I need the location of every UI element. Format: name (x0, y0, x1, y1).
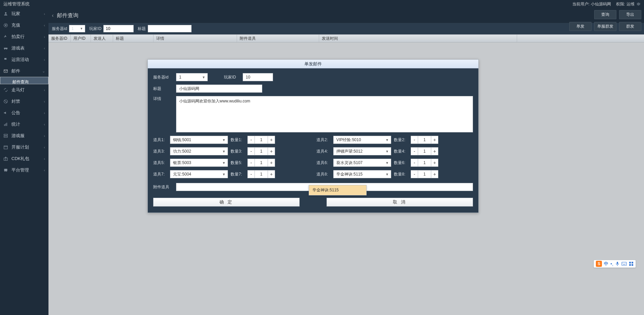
qty-input[interactable] (255, 159, 268, 167)
item-select-6[interactable]: 葵水灵诀:5107▼ (333, 159, 391, 167)
sidebar-item-13[interactable]: 平台管理‹ (0, 164, 48, 176)
item-row: 道具5:银票:5003▼数量5:-+ (153, 159, 310, 167)
action-button[interactable]: 查询 (594, 10, 616, 19)
qty-increase[interactable]: + (431, 159, 438, 167)
qty-input[interactable] (255, 170, 268, 178)
svg-rect-15 (4, 136, 8, 137)
qty-input[interactable] (418, 147, 431, 155)
qty-increase[interactable]: + (268, 170, 275, 178)
table-header: 服务器ID用户ID发送人标题详情附件道具发送时间 (48, 34, 644, 42)
ime-mode[interactable]: 中 (604, 261, 608, 267)
svg-rect-32 (629, 264, 631, 266)
qty-input[interactable] (418, 159, 431, 167)
flag-icon (3, 57, 8, 62)
qty-label: 数量4: (394, 149, 408, 154)
qty-increase[interactable]: + (431, 170, 438, 178)
modal-subject-input[interactable] (176, 85, 262, 93)
item-row: 道具3:功力:5002▼数量3:-+ (153, 147, 310, 155)
chevron-left-icon: ‹ (44, 12, 45, 16)
item-select-2[interactable]: VIP经验:5010▼ (333, 136, 391, 144)
ime-toolbar[interactable]: S 中 •, (594, 260, 636, 268)
item-select-4[interactable]: 押镖声望:5012▼ (333, 147, 391, 155)
qty-input[interactable] (255, 147, 268, 155)
page-title: 邮件查询 (57, 12, 78, 19)
modal-server-select[interactable]: 1▼ (176, 73, 208, 81)
sidebar-item-9[interactable]: 统计‹ (0, 119, 48, 130)
ime-punct-icon[interactable]: •, (610, 261, 613, 266)
cancel-button[interactable]: 取 消 (327, 198, 473, 207)
qty-increase[interactable]: + (431, 136, 438, 144)
filter-player-input[interactable] (103, 25, 134, 32)
qty-stepper-1: -+ (247, 136, 275, 144)
filter-player-label: 玩家ID (89, 26, 101, 32)
ime-keyboard-icon[interactable] (621, 262, 627, 266)
qty-label: 数量3: (231, 149, 245, 154)
sidebar-subitem[interactable]: 邮件查询 (0, 77, 48, 84)
sidebar-item-5[interactable]: 邮件⌄ (0, 65, 48, 77)
item-select-3[interactable]: 功力:5002▼ (170, 147, 228, 155)
send-mail-modal: 单发邮件 服务器id 1▼ 玩家ID 标题 (147, 59, 479, 213)
collapse-sidebar-icon[interactable]: ‹ (52, 12, 54, 19)
action-button[interactable]: 导出 (619, 10, 641, 19)
qty-decrease[interactable]: - (411, 147, 418, 155)
filter-title-input[interactable] (148, 25, 192, 32)
user-icon (3, 11, 8, 16)
action-button[interactable]: 群发 (619, 22, 641, 31)
server-icon (3, 133, 8, 138)
sidebar: 玩家‹¥充值‹拍卖行‹游戏表‹运营活动‹邮件⌄邮件查询走马灯‹封禁‹公告‹统计‹… (0, 8, 48, 315)
ime-mic-icon[interactable] (615, 261, 619, 266)
qty-stepper-2: -+ (411, 136, 438, 144)
modal-detail-textarea[interactable] (176, 96, 473, 132)
qty-stepper-3: -+ (247, 147, 275, 155)
qty-decrease[interactable]: - (247, 136, 255, 144)
sidebar-item-7[interactable]: 封禁‹ (0, 96, 48, 107)
qty-input[interactable] (418, 170, 431, 178)
qty-decrease[interactable]: - (247, 159, 255, 167)
role-label: 权限: (616, 1, 625, 7)
svg-rect-23 (617, 262, 618, 264)
qty-increase[interactable]: + (268, 159, 275, 167)
qty-input[interactable] (418, 136, 431, 144)
qty-increase[interactable]: + (268, 147, 275, 155)
svg-rect-33 (632, 264, 633, 266)
ime-grid-icon[interactable] (629, 261, 634, 266)
action-button[interactable]: 单发 (569, 22, 591, 31)
confirm-button[interactable]: 确 定 (153, 198, 300, 207)
svg-rect-11 (4, 124, 5, 126)
sidebar-item-0[interactable]: 玩家‹ (0, 8, 48, 20)
sidebar-item-6[interactable]: 走马灯‹ (0, 84, 48, 96)
dropdown-option[interactable]: 辛金神诀:5115 (309, 185, 366, 195)
sidebar-item-8[interactable]: 公告‹ (0, 107, 48, 119)
action-button[interactable]: 单服群发 (594, 22, 616, 31)
ime-logo-icon: S (596, 261, 602, 267)
gear-icon[interactable] (636, 2, 641, 6)
filter-server-select[interactable]: 1 ▼ (69, 25, 85, 32)
qty-decrease[interactable]: - (411, 159, 418, 167)
qty-increase[interactable]: + (431, 147, 438, 155)
item-select-5[interactable]: 银票:5003▼ (170, 159, 228, 167)
item-select-8[interactable]: 辛金神诀:5115▼ (333, 170, 391, 178)
item-select-1[interactable]: 铜钱:5001▼ (170, 136, 228, 144)
item-label: 道具1: (153, 137, 167, 143)
sidebar-item-4[interactable]: 运营活动‹ (0, 54, 48, 65)
sidebar-item-10[interactable]: 游戏服‹ (0, 130, 48, 141)
item8-dropdown[interactable]: 辛金神诀:5115 (309, 185, 367, 195)
item-select-7[interactable]: 元宝:5004▼ (170, 170, 228, 178)
modal-player-input[interactable] (243, 73, 273, 81)
qty-decrease[interactable]: - (247, 170, 255, 178)
current-user-label: 当前用户: (572, 1, 589, 7)
qty-decrease[interactable]: - (411, 170, 418, 178)
role-value: 运维 (626, 1, 635, 7)
sidebar-item-2[interactable]: 拍卖行‹ (0, 31, 48, 42)
table-column-header: 详情 (154, 35, 237, 42)
chevron-left-icon: ‹ (44, 134, 45, 138)
qty-decrease[interactable]: - (411, 136, 418, 144)
qty-increase[interactable]: + (268, 136, 275, 144)
qty-decrease[interactable]: - (247, 147, 255, 155)
qty-input[interactable] (255, 136, 268, 144)
sidebar-item-11[interactable]: 开服计划‹ (0, 141, 48, 153)
sidebar-item-12[interactable]: CDK礼包‹ (0, 153, 48, 164)
sidebar-item-1[interactable]: ¥充值‹ (0, 20, 48, 31)
sidebar-item-3[interactable]: 游戏表‹ (0, 42, 48, 54)
filter-server-label: 服务器id (52, 26, 67, 32)
